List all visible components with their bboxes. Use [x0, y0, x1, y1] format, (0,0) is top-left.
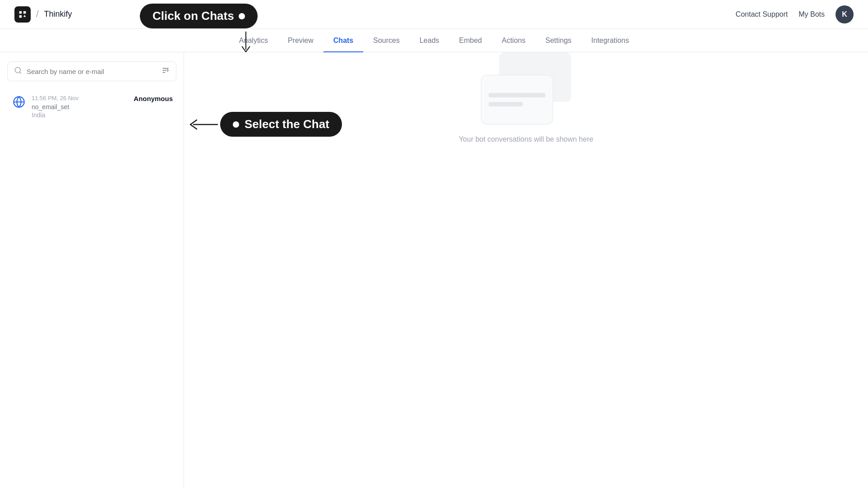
chats-arrow-down — [239, 32, 253, 56]
tab-leads[interactable]: Leads — [410, 29, 449, 52]
chat-name: Anonymous — [134, 95, 173, 102]
select-chat-arrow-icon — [184, 118, 220, 131]
tab-settings[interactable]: Settings — [536, 29, 582, 52]
filter-icon[interactable] — [162, 66, 170, 76]
tab-analytics[interactable]: Analytics — [229, 29, 278, 52]
tab-chats[interactable]: Chats — [323, 29, 363, 52]
chat-country: India — [32, 111, 129, 119]
search-input[interactable] — [27, 68, 157, 75]
tooltip-chats-label: Click on Chats — [152, 9, 234, 23]
empty-state-text: Your bot conversations will be shown her… — [459, 135, 593, 143]
logo-icon[interactable] — [14, 6, 31, 23]
search-box — [7, 61, 176, 81]
tab-sources[interactable]: Sources — [363, 29, 410, 52]
chat-list-item[interactable]: Anonymous 11:56 PM, 26 Nov no_email_set … — [7, 88, 176, 125]
contact-support-link[interactable]: Contact Support — [736, 10, 788, 18]
logo-slash: / — [36, 9, 39, 19]
logo-area: / Thinkify — [14, 6, 72, 23]
chat-avatar — [11, 95, 27, 108]
empty-line-1 — [489, 93, 545, 97]
my-bots-link[interactable]: My Bots — [799, 10, 825, 18]
tab-actions[interactable]: Actions — [492, 29, 535, 52]
header-right: Contact Support My Bots K — [736, 5, 854, 23]
search-icon — [14, 66, 22, 76]
empty-line-2 — [489, 102, 523, 106]
tab-embed[interactable]: Embed — [449, 29, 492, 52]
tooltip-click-on-chats: Click on Chats — [140, 4, 258, 28]
tooltip-select-dot — [233, 121, 239, 128]
empty-card-front — [481, 75, 553, 125]
empty-illustration — [481, 52, 571, 125]
nav-tabs: Analytics Preview Chats Sources Leads Em… — [0, 29, 868, 52]
tooltip-select-label: Select the Chat — [245, 117, 329, 131]
tooltip-select-chat: Select the Chat — [220, 112, 342, 137]
tab-preview[interactable]: Preview — [278, 29, 323, 52]
tooltip-chats-dot — [239, 13, 245, 19]
chat-email: no_email_set — [32, 103, 129, 111]
logo-name: Thinkify — [44, 9, 72, 19]
main-content: Anonymous 11:56 PM, 26 Nov no_email_set … — [0, 52, 868, 489]
select-chat-arrow-group: Select the Chat — [184, 112, 342, 137]
sidebar: Anonymous 11:56 PM, 26 Nov no_email_set … — [0, 52, 184, 489]
header: / Thinkify Click on Chats Contact Suppor… — [0, 0, 868, 29]
chat-time: 11:56 PM, 26 Nov — [32, 95, 129, 101]
svg-line-2 — [19, 72, 21, 73]
user-avatar[interactable]: K — [836, 5, 854, 23]
tab-integrations[interactable]: Integrations — [582, 29, 639, 52]
